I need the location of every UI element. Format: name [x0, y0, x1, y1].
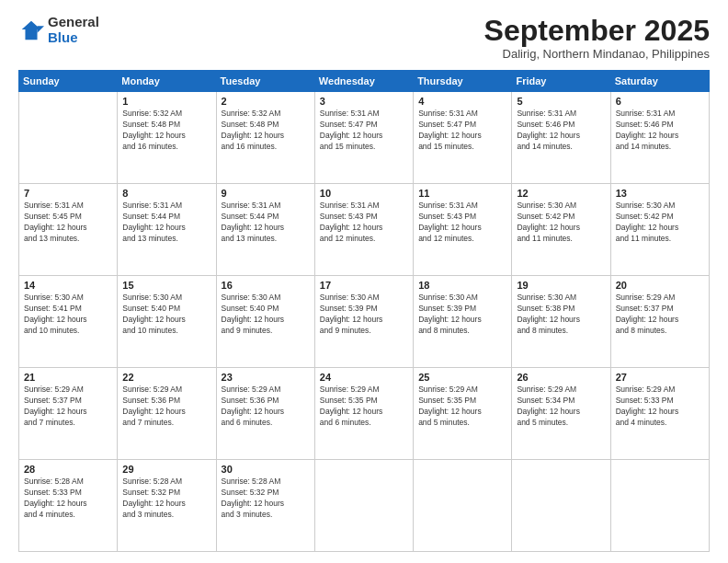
logo-icon [18, 17, 44, 43]
day-number: 4 [418, 96, 506, 107]
day-number: 7 [24, 188, 112, 199]
title-area: September 2025 Dalirig, Northern Mindana… [484, 15, 710, 61]
day-number: 1 [122, 96, 210, 107]
day-number: 12 [517, 188, 605, 199]
table-row [314, 460, 413, 552]
month-title: September 2025 [484, 15, 710, 47]
col-friday: Friday [512, 71, 610, 92]
day-info: Sunrise: 5:29 AM Sunset: 5:34 PM Dayligh… [517, 385, 605, 429]
day-info: Sunrise: 5:31 AM Sunset: 5:47 PM Dayligh… [418, 109, 506, 153]
day-number: 20 [616, 280, 704, 291]
day-info: Sunrise: 5:28 AM Sunset: 5:33 PM Dayligh… [24, 477, 112, 521]
table-row: 28Sunrise: 5:28 AM Sunset: 5:33 PM Dayli… [19, 460, 118, 552]
day-info: Sunrise: 5:31 AM Sunset: 5:44 PM Dayligh… [222, 201, 310, 245]
table-row: 16Sunrise: 5:30 AM Sunset: 5:40 PM Dayli… [216, 276, 314, 368]
table-row [512, 460, 610, 552]
day-info: Sunrise: 5:29 AM Sunset: 5:35 PM Dayligh… [418, 385, 506, 429]
day-info: Sunrise: 5:29 AM Sunset: 5:33 PM Dayligh… [616, 385, 704, 429]
day-info: Sunrise: 5:29 AM Sunset: 5:36 PM Dayligh… [222, 385, 310, 429]
table-row: 24Sunrise: 5:29 AM Sunset: 5:35 PM Dayli… [314, 368, 413, 460]
header-row: Sunday Monday Tuesday Wednesday Thursday… [19, 71, 710, 92]
day-number: 29 [122, 464, 210, 475]
day-number: 8 [122, 188, 210, 199]
location-subtitle: Dalirig, Northern Mindanao, Philippines [484, 47, 710, 61]
day-number: 17 [320, 280, 408, 291]
logo-text: General Blue [48, 15, 99, 45]
day-info: Sunrise: 5:28 AM Sunset: 5:32 PM Dayligh… [222, 477, 310, 521]
day-number: 16 [222, 280, 310, 291]
day-info: Sunrise: 5:30 AM Sunset: 5:39 PM Dayligh… [418, 293, 506, 337]
day-number: 24 [320, 372, 408, 383]
day-info: Sunrise: 5:31 AM Sunset: 5:43 PM Dayligh… [320, 201, 408, 245]
table-row: 29Sunrise: 5:28 AM Sunset: 5:32 PM Dayli… [118, 460, 216, 552]
table-row: 3Sunrise: 5:31 AM Sunset: 5:47 PM Daylig… [314, 92, 413, 184]
day-number: 2 [222, 96, 310, 107]
table-row: 27Sunrise: 5:29 AM Sunset: 5:33 PM Dayli… [610, 368, 709, 460]
table-row: 19Sunrise: 5:30 AM Sunset: 5:38 PM Dayli… [512, 276, 610, 368]
table-row: 20Sunrise: 5:29 AM Sunset: 5:37 PM Dayli… [610, 276, 709, 368]
day-info: Sunrise: 5:29 AM Sunset: 5:36 PM Dayligh… [122, 385, 210, 429]
day-number: 30 [222, 464, 310, 475]
day-info: Sunrise: 5:29 AM Sunset: 5:35 PM Dayligh… [320, 385, 408, 429]
table-row: 21Sunrise: 5:29 AM Sunset: 5:37 PM Dayli… [19, 368, 118, 460]
day-info: Sunrise: 5:31 AM Sunset: 5:43 PM Dayligh… [418, 201, 506, 245]
table-row: 17Sunrise: 5:30 AM Sunset: 5:39 PM Dayli… [314, 276, 413, 368]
day-number: 15 [122, 280, 210, 291]
day-number: 21 [24, 372, 112, 383]
day-number: 10 [320, 188, 408, 199]
day-number: 11 [418, 188, 506, 199]
day-info: Sunrise: 5:31 AM Sunset: 5:46 PM Dayligh… [517, 109, 605, 153]
col-saturday: Saturday [610, 71, 709, 92]
day-number: 28 [24, 464, 112, 475]
day-info: Sunrise: 5:31 AM Sunset: 5:44 PM Dayligh… [122, 201, 210, 245]
col-monday: Monday [118, 71, 216, 92]
day-info: Sunrise: 5:30 AM Sunset: 5:39 PM Dayligh… [320, 293, 408, 337]
day-number: 5 [517, 96, 605, 107]
table-row: 1Sunrise: 5:32 AM Sunset: 5:48 PM Daylig… [118, 92, 216, 184]
day-info: Sunrise: 5:32 AM Sunset: 5:48 PM Dayligh… [222, 109, 310, 153]
day-number: 27 [616, 372, 704, 383]
day-info: Sunrise: 5:31 AM Sunset: 5:47 PM Dayligh… [320, 109, 408, 153]
table-row: 15Sunrise: 5:30 AM Sunset: 5:40 PM Dayli… [118, 276, 216, 368]
day-number: 26 [517, 372, 605, 383]
day-number: 3 [320, 96, 408, 107]
col-thursday: Thursday [414, 71, 512, 92]
table-row: 4Sunrise: 5:31 AM Sunset: 5:47 PM Daylig… [414, 92, 512, 184]
calendar-table: Sunday Monday Tuesday Wednesday Thursday… [18, 70, 710, 552]
table-row: 10Sunrise: 5:31 AM Sunset: 5:43 PM Dayli… [314, 184, 413, 276]
table-row: 9Sunrise: 5:31 AM Sunset: 5:44 PM Daylig… [216, 184, 314, 276]
col-sunday: Sunday [19, 71, 118, 92]
table-row: 8Sunrise: 5:31 AM Sunset: 5:44 PM Daylig… [118, 184, 216, 276]
svg-marker-1 [38, 26, 44, 32]
table-row: 7Sunrise: 5:31 AM Sunset: 5:45 PM Daylig… [19, 184, 118, 276]
day-info: Sunrise: 5:31 AM Sunset: 5:45 PM Dayligh… [24, 201, 112, 245]
table-row [610, 460, 709, 552]
day-number: 22 [122, 372, 210, 383]
header: General Blue September 2025 Dalirig, Nor… [18, 15, 710, 61]
table-row [414, 460, 512, 552]
col-wednesday: Wednesday [314, 71, 413, 92]
calendar-page: General Blue September 2025 Dalirig, Nor… [0, 0, 728, 563]
day-info: Sunrise: 5:30 AM Sunset: 5:42 PM Dayligh… [517, 201, 605, 245]
day-info: Sunrise: 5:29 AM Sunset: 5:37 PM Dayligh… [24, 385, 112, 429]
col-tuesday: Tuesday [216, 71, 314, 92]
day-info: Sunrise: 5:28 AM Sunset: 5:32 PM Dayligh… [122, 477, 210, 521]
day-info: Sunrise: 5:30 AM Sunset: 5:38 PM Dayligh… [517, 293, 605, 337]
table-row: 6Sunrise: 5:31 AM Sunset: 5:46 PM Daylig… [610, 92, 709, 184]
day-info: Sunrise: 5:30 AM Sunset: 5:40 PM Dayligh… [122, 293, 210, 337]
table-row: 18Sunrise: 5:30 AM Sunset: 5:39 PM Dayli… [414, 276, 512, 368]
table-row: 14Sunrise: 5:30 AM Sunset: 5:41 PM Dayli… [19, 276, 118, 368]
day-number: 14 [24, 280, 112, 291]
day-number: 19 [517, 280, 605, 291]
table-row: 23Sunrise: 5:29 AM Sunset: 5:36 PM Dayli… [216, 368, 314, 460]
day-number: 18 [418, 280, 506, 291]
table-row: 12Sunrise: 5:30 AM Sunset: 5:42 PM Dayli… [512, 184, 610, 276]
table-row [19, 92, 118, 184]
table-row: 2Sunrise: 5:32 AM Sunset: 5:48 PM Daylig… [216, 92, 314, 184]
logo: General Blue [18, 15, 99, 45]
table-row: 26Sunrise: 5:29 AM Sunset: 5:34 PM Dayli… [512, 368, 610, 460]
table-row: 11Sunrise: 5:31 AM Sunset: 5:43 PM Dayli… [414, 184, 512, 276]
table-row: 30Sunrise: 5:28 AM Sunset: 5:32 PM Dayli… [216, 460, 314, 552]
table-row: 13Sunrise: 5:30 AM Sunset: 5:42 PM Dayli… [610, 184, 709, 276]
day-info: Sunrise: 5:31 AM Sunset: 5:46 PM Dayligh… [616, 109, 704, 153]
